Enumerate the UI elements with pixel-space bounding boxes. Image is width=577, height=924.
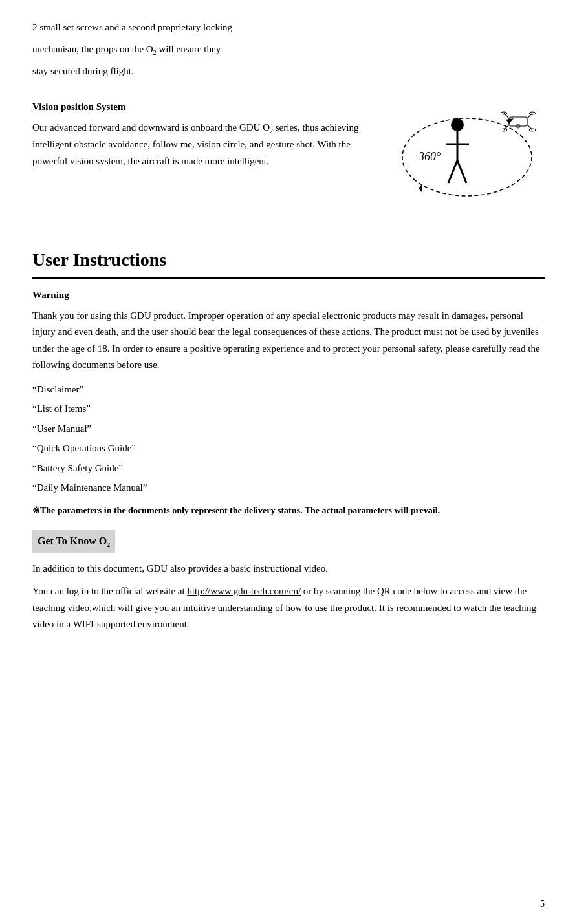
intro-line1: 2 small set screws and a second propriet…	[32, 19, 545, 36]
svg-point-12	[451, 118, 464, 131]
section-divider	[32, 277, 545, 279]
get-to-know-title: Get To Know O2	[38, 535, 110, 546]
intro-line3: stay secured during flight.	[32, 63, 545, 80]
get-to-know-section: Get To Know O2 In addition to this docum…	[32, 530, 545, 633]
page-number: 5	[540, 897, 545, 911]
diagram-label: 360°	[418, 150, 441, 163]
vision-text-block: Vision position System Our advanced forw…	[32, 99, 364, 169]
svg-rect-2	[509, 117, 527, 126]
note-text: ※The parameters in the documents only re…	[32, 504, 545, 517]
vision-section: Vision position System Our advanced forw…	[32, 99, 545, 226]
svg-line-16	[457, 160, 466, 183]
warning-text: Thank you for using this GDU product. Im…	[32, 308, 545, 374]
svg-marker-1	[506, 118, 514, 124]
intro-line2: mechanism, the props on the O2 will ensu…	[32, 41, 545, 58]
list-item-4: “Battery Safety Guide”	[32, 459, 545, 478]
list-item-1: “List of Items”	[32, 400, 545, 418]
list-item-2: “User Manual”	[32, 420, 545, 438]
list-item-5: “Daily Maintenance Manual”	[32, 478, 545, 497]
person-figure	[446, 118, 469, 183]
get-to-know-box: Get To Know O2	[32, 530, 115, 553]
vision-title: Vision position System	[32, 99, 364, 114]
vision-diagram: 360°	[376, 92, 545, 226]
vision-paragraph: Our advanced forward and downward is onb…	[32, 120, 364, 169]
get-to-know-para1: In addition to this document, GDU also p…	[32, 561, 545, 577]
list-item-3: “Quick Operations Guide”	[32, 439, 545, 458]
svg-marker-17	[419, 184, 422, 192]
vision-diagram-svg: 360°	[376, 92, 545, 222]
user-instructions-title: User Instructions	[32, 246, 545, 275]
user-instructions-section: User Instructions Warning Thank you for …	[32, 246, 545, 517]
svg-line-15	[448, 160, 457, 183]
warning-title: Warning	[32, 287, 545, 303]
get-to-know-para2: You can log in to the official website a…	[32, 583, 545, 633]
list-item-0: “Disclaimer”	[32, 380, 545, 399]
gdu-tech-link[interactable]: http://www.gdu-tech.com/cn/	[187, 586, 301, 596]
